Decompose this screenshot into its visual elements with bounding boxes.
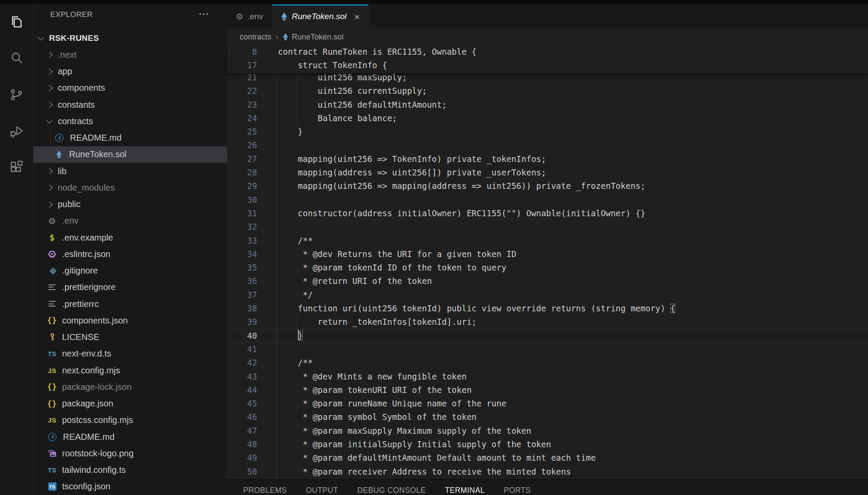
tree-item-readme-md[interactable]: iREADME.md (33, 130, 227, 146)
sticky-line-8[interactable]: 8contract RuneToken is ERC1155, Ownable … (227, 45, 868, 59)
tree-item-app[interactable]: app (33, 63, 227, 80)
tree-item-components[interactable]: components (33, 80, 227, 96)
code-line-39[interactable]: 39 return _tokenInfos[tokenId].uri; (227, 315, 868, 329)
code-line-40[interactable]: 40 } (227, 329, 868, 343)
panel-tab-debug-console[interactable]: DEBUG CONSOLE (357, 486, 426, 495)
line-number[interactable]: 8 (227, 45, 257, 59)
line-number[interactable]: 26 (227, 139, 257, 152)
tree-item-public[interactable]: public (33, 196, 227, 213)
code-line-32[interactable]: 32 (227, 220, 868, 234)
tree-item-tailwind-config-ts[interactable]: TStailwind.config.ts (33, 462, 227, 478)
code-line-31[interactable]: 31 constructor(address initialOwner) ERC… (227, 207, 868, 220)
line-number[interactable]: 46 (227, 410, 257, 424)
code-line-50[interactable]: 50 * @param receiver Address to receive … (227, 465, 868, 478)
tree-item-gitignore[interactable]: .gitignore (33, 263, 227, 279)
code-line-35[interactable]: 35 * @param tokenId ID of the token to q… (227, 261, 868, 274)
breadcrumb-folder[interactable]: contracts (240, 33, 271, 42)
line-number[interactable]: 27 (227, 152, 257, 166)
tree-item-package-lock-json[interactable]: {}package-lock.json (33, 379, 227, 395)
tree-item-env[interactable]: ⚙.env (33, 213, 227, 229)
panel-tab-ports[interactable]: PORTS (504, 486, 531, 495)
editor-tab-runetoken-sol[interactable]: RuneToken.sol× (272, 4, 369, 29)
line-number[interactable]: 28 (227, 166, 257, 179)
sticky-line-17[interactable]: 17 struct TokenInfo { (227, 59, 868, 72)
line-number[interactable]: 32 (227, 220, 257, 234)
tree-item-prettierignore[interactable]: .prettierignore (33, 279, 227, 296)
tree-item-lib[interactable]: lib (33, 163, 227, 179)
code-line-27[interactable]: 27 mapping(uint256 => TokenInfo) private… (227, 152, 868, 166)
line-number[interactable]: 37 (227, 288, 257, 302)
line-number[interactable]: 25 (227, 125, 257, 139)
code-line-42[interactable]: 42 /** (227, 356, 868, 370)
tree-item-eslintrc-json[interactable]: .eslintrc.json (33, 246, 227, 262)
code-line-23[interactable]: 23 uint256 defaultMintAmount; (227, 98, 868, 112)
tree-item-rootstock-logo-png[interactable]: rootstock-logo.png (33, 445, 227, 462)
tree-item-node-modules[interactable]: node_modules (33, 179, 227, 196)
code-line-36[interactable]: 36 * @return URI of the token (227, 274, 868, 288)
line-number[interactable]: 48 (227, 438, 257, 451)
code-line-22[interactable]: 22 uint256 currentSupply; (227, 84, 868, 98)
line-number[interactable]: 39 (227, 315, 257, 329)
source-control-activity-button[interactable] (0, 77, 33, 114)
tree-item-constants[interactable]: constants (33, 96, 227, 113)
code-line-34[interactable]: 34 * @dev Returns the URI for a given to… (227, 248, 868, 261)
code-line-30[interactable]: 30 (227, 193, 868, 207)
tree-item-postcss-config-mjs[interactable]: JSpostcss.config.mjs (33, 412, 227, 429)
line-number[interactable]: 41 (227, 343, 257, 356)
tree-item-next-env-d-ts[interactable]: TSnext-env.d.ts (33, 346, 227, 362)
tree-item-license[interactable]: LICENSE (33, 329, 227, 346)
code-line-33[interactable]: 33 /** (227, 234, 868, 248)
tree-item-components-json[interactable]: {}components.json (33, 312, 227, 329)
code-line-25[interactable]: 25 } (227, 125, 868, 139)
code-line-37[interactable]: 37 */ (227, 288, 868, 302)
code-line-44[interactable]: 44 * @param tokenURI URI of the token (227, 383, 868, 397)
run-debug-activity-button[interactable] (0, 114, 33, 150)
files-activity-button[interactable] (0, 4, 33, 41)
tree-item-readme-md[interactable]: iREADME.md (33, 429, 227, 445)
tree-item-tsconfig-json[interactable]: TStsconfig.json (33, 478, 227, 495)
line-number[interactable]: 40 (227, 329, 257, 343)
search-activity-button[interactable] (0, 41, 33, 77)
code-line-45[interactable]: 45 * @param runeName Unique name of the … (227, 397, 868, 410)
more-actions-icon[interactable]: ⋯ (198, 8, 210, 20)
tree-item-runetoken-sol[interactable]: RuneToken.sol (33, 146, 227, 163)
line-number[interactable]: 23 (227, 98, 257, 112)
tree-item-rsk-runes[interactable]: RSK-RUNES (33, 30, 227, 46)
line-number[interactable]: 36 (227, 274, 257, 288)
line-number[interactable]: 50 (227, 465, 257, 478)
line-number[interactable]: 29 (227, 179, 257, 193)
line-number[interactable]: 24 (227, 112, 257, 125)
line-number[interactable]: 17 (227, 59, 257, 72)
editor-tab-env[interactable]: ⚙.env (227, 4, 272, 29)
tree-item-env-example[interactable]: $.env.example (33, 229, 227, 246)
line-number[interactable]: 35 (227, 261, 257, 274)
panel-tab-problems[interactable]: PROBLEMS (243, 486, 287, 495)
code-editor[interactable]: 21 uint256 maxSupply;22 uint256 currentS… (227, 71, 868, 479)
code-line-46[interactable]: 46 * @param symbol Symbol of the token (227, 410, 868, 424)
tree-item-package-json[interactable]: {}package.json (33, 396, 227, 412)
tree-item-contracts[interactable]: contracts (33, 113, 227, 129)
line-number[interactable]: 31 (227, 207, 257, 220)
code-line-24[interactable]: 24 Balance balance; (227, 112, 868, 125)
line-number[interactable]: 44 (227, 383, 257, 397)
code-line-26[interactable]: 26 (227, 139, 868, 152)
line-number[interactable]: 42 (227, 356, 257, 370)
line-number[interactable]: 38 (227, 302, 257, 315)
line-number[interactable]: 33 (227, 234, 257, 248)
line-number[interactable]: 49 (227, 451, 257, 465)
line-number[interactable]: 34 (227, 248, 257, 261)
panel-tab-output[interactable]: OUTPUT (306, 486, 338, 495)
line-number[interactable]: 43 (227, 370, 257, 383)
code-line-43[interactable]: 43 * @dev Mints a new fungible token (227, 370, 868, 383)
close-icon[interactable]: × (354, 12, 360, 21)
tree-item-next-config-mjs[interactable]: JSnext.config.mjs (33, 362, 227, 379)
line-number[interactable]: 47 (227, 424, 257, 438)
code-line-48[interactable]: 48 * @param initialSupply Initial supply… (227, 438, 868, 451)
extensions-activity-button[interactable] (0, 150, 33, 187)
line-number[interactable]: 22 (227, 84, 257, 98)
tree-item-next[interactable]: .next (33, 46, 227, 63)
code-line-28[interactable]: 28 mapping(address => uint256[]) private… (227, 166, 868, 179)
code-line-38[interactable]: 38 function uri(uint256 tokenId) public … (227, 302, 868, 315)
breadcrumb-file[interactable]: RuneToken.sol (292, 33, 343, 42)
code-line-47[interactable]: 47 * @param maxSupply Maximum supply of … (227, 424, 868, 438)
